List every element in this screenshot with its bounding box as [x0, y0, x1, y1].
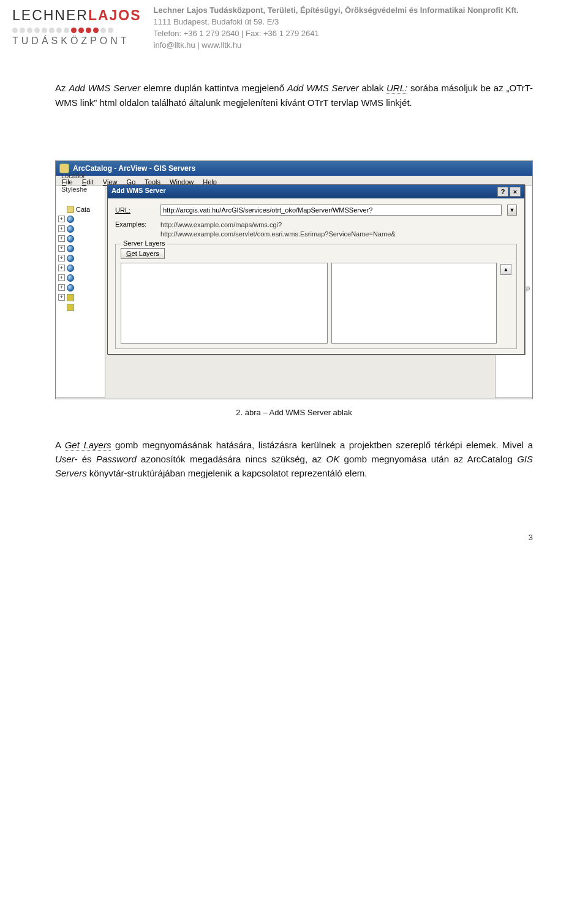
expand-icon[interactable]: + [58, 255, 65, 261]
tree-node[interactable]: + [56, 244, 105, 254]
paragraph-2: A Get Layers gomb megnyomásának hatására… [55, 438, 533, 481]
server-icon [67, 304, 74, 311]
arccatalog-window: ArcCatalog - ArcView - GIS Servers FFile… [55, 160, 533, 399]
tree-node[interactable]: + [56, 273, 105, 283]
expand-icon[interactable]: + [58, 245, 65, 252]
examples-label: Examples: [115, 220, 154, 228]
expand-icon[interactable]: + [58, 216, 65, 222]
examples-text: http://www.example.com/maps/wms.cgi? htt… [160, 220, 396, 239]
globe-icon [67, 245, 74, 252]
globe-icon [67, 235, 74, 243]
logo-block: LECHNERLAJOS TUDÁSKÖZPONT [12, 5, 141, 47]
dialog-titlebar: Add WMS Server ? × [108, 185, 524, 198]
org-address: 1111 Budapest, Budafoki út 59. E/3 [154, 17, 581, 28]
location-label: Locatior [59, 170, 88, 181]
tree-node[interactable]: + [56, 214, 105, 224]
app-title: ArcCatalog - ArcView - GIS Servers [73, 164, 195, 173]
tree-node[interactable]: + [56, 283, 105, 293]
tree-node[interactable]: + [56, 263, 105, 273]
selected-layers-list[interactable] [331, 263, 497, 344]
server-icon [67, 294, 74, 301]
document-body-2: A Get Layers gomb megnyomásának hatására… [0, 438, 588, 514]
tree-node[interactable]: + [56, 254, 105, 263]
catalog-tree: Locatior Styleshe Cata + + + + + + + + + [56, 186, 105, 398]
paragraph-1: Az Add WMS Server elemre duplán kattintv… [55, 81, 533, 110]
expand-icon[interactable]: + [58, 225, 65, 232]
tree-node[interactable]: + [56, 224, 105, 234]
dialog-help-button[interactable]: ? [497, 187, 508, 197]
folder-icon [67, 206, 74, 213]
expand-icon[interactable]: + [58, 265, 65, 271]
logo-subtitle: TUDÁSKÖZPONT [12, 36, 141, 47]
server-layers-legend: Server Layers [121, 239, 167, 247]
org-name: Lechner Lajos Tudásközpont, Területi, Ép… [154, 5, 581, 17]
url-label: URL: [115, 206, 154, 214]
figure-caption: 2. ábra – Add WMS Server ablak [0, 408, 588, 417]
globe-icon [67, 216, 74, 223]
org-phone: Telefon: +36 1 279 2640 | Fax: +36 1 279… [154, 28, 581, 40]
dialog-title-text: Add WMS Server [111, 187, 166, 197]
tree-root[interactable]: Cata [56, 205, 105, 214]
tree-node[interactable]: + [56, 293, 105, 303]
app-titlebar: ArcCatalog - ArcView - GIS Servers [56, 161, 532, 176]
url-dropdown-button[interactable]: ▼ [507, 205, 517, 216]
dialog-close-button[interactable]: × [510, 187, 521, 197]
tree-node[interactable] [56, 303, 105, 312]
expand-icon[interactable]: + [58, 274, 65, 281]
globe-icon [67, 284, 74, 292]
logo-word-a: LECHNER [12, 7, 88, 23]
add-wms-server-dialog: Add WMS Server ? × URL: ▼ Examples: http… [107, 184, 525, 355]
move-up-button[interactable]: ▲ [500, 264, 511, 275]
stylesheet-label: Styleshe [59, 184, 89, 195]
expand-icon[interactable]: + [58, 294, 65, 301]
globe-icon [67, 274, 74, 282]
expand-icon[interactable]: + [58, 235, 65, 242]
document-body: Az Add WMS Server elemre duplán kattintv… [0, 53, 588, 143]
get-layers-button[interactable]: Get Layers [121, 248, 165, 259]
tree-node[interactable]: + [56, 234, 105, 244]
screenshot-figure: ArcCatalog - ArcView - GIS Servers FFile… [55, 160, 533, 399]
expand-icon[interactable]: + [58, 284, 65, 291]
server-layers-group: Server Layers Get Layers ▲ [115, 244, 517, 349]
logo-wordmark: LECHNERLAJOS [12, 7, 141, 24]
globe-icon [67, 265, 74, 272]
org-mail: info@lltk.hu | www.lltk.hu [154, 40, 581, 51]
header-meta: Lechner Lajos Tudásközpont, Területi, Ép… [154, 5, 581, 51]
url-input[interactable] [160, 205, 502, 216]
page-number: 3 [0, 514, 588, 552]
dialog-body: URL: ▼ Examples: http://www.example.com/… [108, 198, 524, 354]
available-layers-list[interactable] [121, 263, 328, 344]
globe-icon [67, 255, 74, 262]
logo-word-b: LAJOS [88, 7, 141, 23]
globe-icon [67, 225, 74, 233]
document-header: LECHNERLAJOS TUDÁSKÖZPONT Lechner Lajos … [0, 0, 588, 53]
logo-dots [12, 24, 141, 36]
